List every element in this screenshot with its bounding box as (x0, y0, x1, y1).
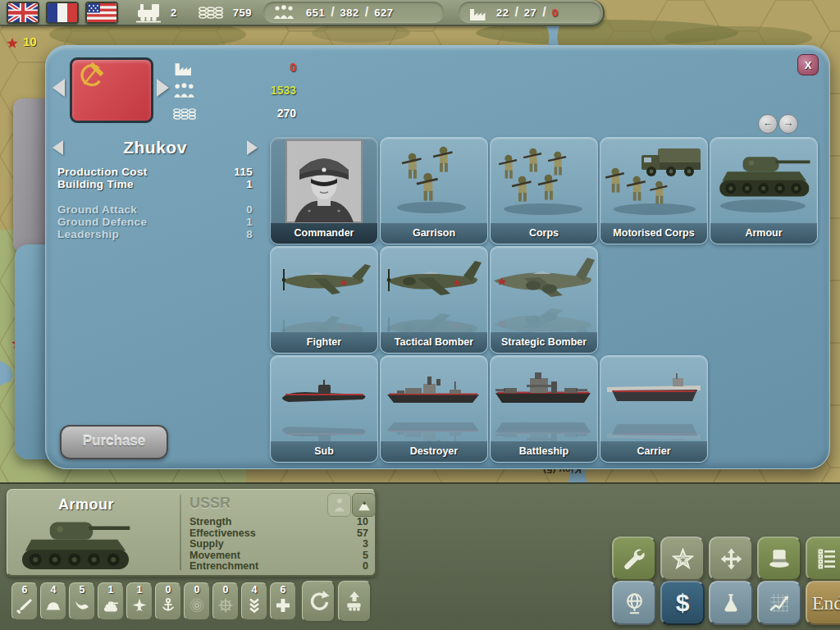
repair-button[interactable] (612, 536, 656, 581)
close-button[interactable]: X (797, 54, 819, 75)
research-button[interactable] (709, 581, 753, 625)
map-city-value-label: 10 (23, 34, 37, 48)
carrier-art (600, 358, 707, 441)
separator: / (331, 5, 334, 20)
unit-card-label: Motorised Corps (600, 223, 707, 244)
unit-card-label: Sub (271, 441, 377, 462)
nation-prev-button[interactable] (52, 79, 65, 97)
world-map-button[interactable] (612, 581, 656, 625)
unit-card-label: Fighter (271, 332, 377, 353)
production-value-3: 0 (552, 7, 559, 19)
loop-arrows-icon (307, 590, 330, 613)
unit-card-destroyer[interactable]: Destroyer (380, 355, 488, 463)
nation-manpower-value: 1533 (253, 84, 296, 97)
unit-card-corps[interactable]: Corps (490, 137, 598, 244)
selected-unit-image (19, 516, 132, 573)
stat-ground-defence[interactable]: 4 (40, 582, 66, 620)
stat-soft-attack[interactable]: 6 (11, 582, 38, 620)
production-value-2: 27 (524, 7, 536, 19)
nation-resources-value: 270 (253, 107, 296, 120)
fighter-art (271, 249, 377, 332)
panel-divider (180, 495, 181, 570)
unit-card-battleship[interactable]: Battleship (490, 355, 598, 463)
detail-stat-row: Ground Defence1 (57, 216, 253, 228)
stat-tank-attack[interactable]: 1 (98, 582, 124, 620)
separator: / (365, 5, 368, 20)
unit-next-button[interactable] (247, 140, 258, 155)
unit-card-strategic-bomber[interactable]: Strategic Bomber (490, 246, 598, 354)
unit-card-label: Commander (271, 223, 377, 244)
mountain-icon (357, 498, 372, 513)
move-mode-button[interactable] (709, 536, 753, 581)
tactical-bomber-art (381, 249, 487, 332)
stat-air-attack[interactable]: 5 (69, 582, 95, 620)
unit-card-label: Strategic Bomber (491, 332, 597, 353)
combat-values-row: 6 4 5 1 1 0 0 0 4 6 (11, 582, 296, 620)
elite-reinforce-button[interactable] (660, 536, 705, 581)
terrain-mode-button[interactable] (352, 493, 376, 517)
end-turn-button[interactable]: End (806, 581, 840, 625)
diplomacy-button[interactable] (757, 536, 801, 581)
production-summary: 22 / 27 / 0 (459, 2, 601, 23)
purchase-button[interactable]: Purchase (60, 425, 168, 459)
detail-stat-row: Building Time1 (57, 178, 253, 190)
sub-art (271, 358, 377, 441)
unit-card-tactical-bomber[interactable]: Tactical Bomber (380, 246, 488, 354)
star-icon (672, 548, 694, 570)
nation-next-button[interactable] (157, 79, 169, 97)
game-screen: 10 10 Kiev (5) (0, 0, 840, 630)
unit-card-motorised-corps[interactable]: Motorised Corps (600, 137, 708, 244)
infantry-mode-button[interactable] (327, 493, 351, 517)
rail-transport-button[interactable] (338, 581, 372, 623)
selected-unit-stats: Strength10 Effectiveness57 Supply3 Movem… (189, 517, 368, 573)
end-turn-label: End (812, 592, 840, 614)
manpower-value-1: 651 (306, 7, 325, 19)
unit-card-commander[interactable]: Commander (270, 137, 378, 244)
france-flag-button[interactable] (46, 2, 79, 24)
unit-card-label: Corps (491, 223, 597, 244)
unit-card-sub[interactable]: Sub (270, 355, 378, 463)
unit-card-label: Garrison (381, 223, 487, 244)
anchor-icon (160, 597, 176, 614)
unit-card-armour[interactable]: Armour (710, 137, 818, 244)
unit-stat-row: Movement5 (189, 550, 368, 562)
detail-stat-row: Ground Attack0 (57, 203, 253, 216)
plane-icon (131, 597, 148, 614)
usa-flag-button[interactable] (85, 2, 118, 24)
stat-range[interactable]: 4 (241, 582, 267, 620)
dollar-icon: $ (676, 589, 690, 617)
page-next-button[interactable]: → (778, 114, 798, 134)
rail-capacity-icon (136, 2, 161, 23)
separator: / (514, 5, 518, 20)
stat-air-defence[interactable]: 1 (126, 582, 153, 620)
unit-card-garrison[interactable]: Garrison (380, 137, 488, 244)
unit-prev-button[interactable] (52, 140, 63, 155)
reports-button[interactable] (806, 536, 840, 581)
unit-card-label: Destroyer (381, 441, 487, 462)
armour-art (710, 139, 817, 223)
garrison-art (381, 139, 487, 223)
chart-icon (769, 592, 790, 614)
uk-flag-button[interactable] (7, 2, 39, 24)
battleship-art (491, 358, 597, 441)
stat-shore-attack[interactable]: 0 (212, 582, 239, 620)
unit-card-carrier[interactable]: Carrier (600, 355, 708, 463)
unit-stat-row: Effectiveness57 (189, 528, 368, 540)
command-buttons-row-1 (612, 536, 840, 581)
factory-icon (173, 58, 193, 76)
stat-reinforce[interactable]: 6 (270, 582, 296, 620)
selected-unit-panel: Armour USSR Strength10 Effectiveness57 S… (7, 489, 377, 577)
redeploy-button[interactable] (302, 581, 336, 623)
stat-naval-attack[interactable]: 0 (155, 582, 181, 620)
selected-unit-nation: USSR (189, 495, 231, 512)
unit-card-fighter[interactable]: Fighter (270, 246, 378, 354)
rifle-icon (16, 597, 33, 614)
statistics-button[interactable] (757, 581, 801, 625)
unit-card-label: Tactical Bomber (381, 332, 487, 353)
purchase-dialog: X ← → 0 1533 270 (45, 45, 830, 469)
page-prev-button[interactable]: ← (758, 114, 778, 134)
stat-sub-attack[interactable]: 0 (184, 582, 210, 620)
hammer-sickle-icon (75, 62, 107, 93)
radar-icon (189, 597, 205, 614)
purchase-screen-button[interactable]: $ (660, 581, 705, 625)
